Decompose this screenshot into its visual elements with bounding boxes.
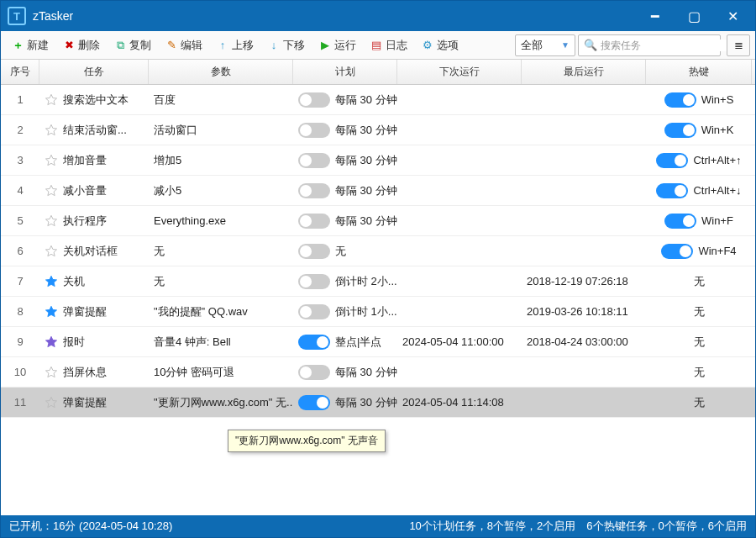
table-row[interactable]: 7关机无倒计时 2小...2018-12-19 07:26:18无 bbox=[1, 266, 755, 297]
task-name: 搜索选中文本 bbox=[63, 92, 129, 108]
plan-text: 倒计时 2小... bbox=[335, 274, 397, 289]
search-box[interactable]: 🔍 bbox=[578, 34, 721, 56]
minimize-button[interactable]: ━ bbox=[636, 1, 675, 31]
cell-param: 无 bbox=[149, 244, 293, 259]
plan-text: 倒计时 1小... bbox=[335, 304, 397, 319]
cell-index: 3 bbox=[1, 154, 39, 166]
plan-toggle[interactable] bbox=[298, 244, 330, 259]
cell-hotkey: Ctrl+Alt+↑ bbox=[646, 153, 752, 168]
plan-toggle[interactable] bbox=[298, 153, 330, 168]
task-name: 报时 bbox=[63, 335, 85, 350]
star-icon[interactable] bbox=[45, 335, 58, 349]
star-icon[interactable] bbox=[45, 154, 58, 167]
cell-last-run: 2018-12-19 07:26:18 bbox=[522, 275, 646, 287]
cell-plan: 每隔 30 分钟 bbox=[293, 123, 397, 138]
star-icon[interactable] bbox=[45, 214, 58, 228]
col-plan[interactable]: 计划 bbox=[293, 60, 397, 84]
list-view-button[interactable]: ≣ bbox=[727, 34, 750, 56]
move-up-button[interactable]: ↑上移 bbox=[211, 34, 260, 56]
hotkey-label: Win+S bbox=[701, 93, 734, 106]
table-row[interactable]: 3增加音量增加5每隔 30 分钟Ctrl+Alt+↑ bbox=[1, 145, 755, 176]
table-row[interactable]: 6关机对话框无无Win+F4 bbox=[1, 236, 755, 266]
cell-hotkey: Win+F bbox=[646, 214, 752, 229]
cell-plan: 每隔 30 分钟 bbox=[293, 365, 397, 380]
search-input[interactable] bbox=[601, 40, 727, 51]
col-next-run[interactable]: 下次运行 bbox=[397, 60, 522, 84]
cell-plan: 每隔 30 分钟 bbox=[293, 153, 397, 168]
plan-toggle[interactable] bbox=[298, 92, 330, 108]
plan-toggle[interactable] bbox=[298, 214, 330, 229]
run-button[interactable]: ▶运行 bbox=[313, 34, 362, 56]
cell-plan: 每隔 30 分钟 bbox=[293, 183, 397, 198]
star-icon[interactable] bbox=[45, 396, 58, 409]
pencil-icon: ✎ bbox=[165, 40, 177, 51]
cell-task: 挡屏休息 bbox=[39, 365, 149, 380]
cell-index: 7 bbox=[1, 275, 39, 287]
star-icon[interactable] bbox=[45, 184, 58, 198]
table-row[interactable]: 4减小音量减小5每隔 30 分钟Ctrl+Alt+↓ bbox=[1, 176, 755, 206]
col-index[interactable]: 序号 bbox=[1, 60, 39, 84]
copy-icon: ⧉ bbox=[114, 40, 126, 51]
plus-icon: ＋ bbox=[12, 40, 24, 51]
table-row[interactable]: 8弹窗提醒"我的提醒" QQ.wav倒计时 1小...2019-03-26 10… bbox=[1, 297, 755, 327]
cell-task: 弹窗提醒 bbox=[39, 304, 149, 319]
star-icon[interactable] bbox=[45, 366, 58, 379]
maximize-button[interactable]: ▢ bbox=[675, 1, 713, 31]
table-row[interactable]: 10挡屏休息10分钟 密码可退每隔 30 分钟无 bbox=[1, 357, 755, 388]
hotkey-toggle[interactable] bbox=[656, 183, 688, 198]
status-right: 10个计划任务，8个暂停，2个启用 6个热键任务，0个暂停，6个启用 bbox=[409, 519, 747, 534]
plan-toggle[interactable] bbox=[298, 395, 330, 410]
category-select[interactable]: 全部▼ bbox=[515, 34, 575, 56]
star-icon[interactable] bbox=[45, 93, 58, 107]
cell-hotkey: 无 bbox=[646, 304, 752, 319]
cell-task: 减小音量 bbox=[39, 183, 149, 198]
titlebar[interactable]: T zTasker ━ ▢ ✕ bbox=[1, 1, 755, 31]
options-button[interactable]: ⚙选项 bbox=[416, 34, 465, 56]
table-row[interactable]: 2结束活动窗...活动窗口每隔 30 分钟Win+K bbox=[1, 115, 755, 145]
star-icon[interactable] bbox=[45, 305, 58, 319]
status-left: 已开机：16分 (2024-05-04 10:28) bbox=[9, 519, 172, 534]
plan-toggle[interactable] bbox=[298, 335, 330, 350]
table-row[interactable]: 5执行程序Everything.exe每隔 30 分钟Win+F bbox=[1, 206, 755, 236]
delete-button[interactable]: ✖删除 bbox=[57, 34, 106, 56]
hotkey-toggle[interactable] bbox=[664, 123, 696, 138]
col-task[interactable]: 任务 bbox=[39, 60, 149, 84]
cell-param: "我的提醒" QQ.wav bbox=[149, 304, 293, 319]
edit-button[interactable]: ✎编辑 bbox=[160, 34, 208, 56]
task-grid: 序号 任务 参数 计划 下次运行 最后运行 热键 1搜索选中文本百度每隔 30 … bbox=[1, 60, 755, 515]
col-hotkey[interactable]: 热键 bbox=[646, 60, 752, 84]
hotkey-toggle[interactable] bbox=[664, 214, 696, 229]
plan-toggle[interactable] bbox=[298, 304, 330, 319]
plan-toggle[interactable] bbox=[298, 123, 330, 138]
hotkey-label: Win+F4 bbox=[698, 245, 736, 257]
col-last-run[interactable]: 最后运行 bbox=[522, 60, 646, 84]
close-button[interactable]: ✕ bbox=[713, 1, 752, 31]
plan-toggle[interactable] bbox=[298, 274, 330, 289]
task-name: 减小音量 bbox=[63, 183, 107, 198]
cell-index: 5 bbox=[1, 214, 39, 227]
hotkey-toggle[interactable] bbox=[664, 92, 696, 108]
cell-param: "更新刀网www.x6g.com" 无... bbox=[149, 395, 293, 410]
cell-task: 增加音量 bbox=[39, 153, 149, 168]
star-icon[interactable] bbox=[45, 245, 58, 258]
plan-text: 每隔 30 分钟 bbox=[335, 153, 397, 168]
table-row[interactable]: 9报时音量4 钟声: Bell整点|半点2024-05-04 11:00:002… bbox=[1, 327, 755, 357]
app-window: T zTasker ━ ▢ ✕ ＋新建 ✖删除 ⧉复制 ✎编辑 ↑上移 ↓下移 … bbox=[0, 0, 756, 538]
cell-hotkey: Ctrl+Alt+↓ bbox=[646, 183, 752, 198]
delete-icon: ✖ bbox=[63, 40, 75, 51]
cell-param: 无 bbox=[149, 274, 293, 289]
plan-toggle[interactable] bbox=[298, 365, 330, 380]
hotkey-toggle[interactable] bbox=[656, 153, 688, 168]
plan-toggle[interactable] bbox=[298, 183, 330, 198]
col-param[interactable]: 参数 bbox=[149, 60, 293, 84]
copy-button[interactable]: ⧉复制 bbox=[108, 34, 157, 56]
cell-hotkey: Win+S bbox=[646, 92, 752, 108]
star-icon[interactable] bbox=[45, 275, 58, 288]
hotkey-toggle[interactable] bbox=[661, 244, 693, 259]
move-down-button[interactable]: ↓下移 bbox=[262, 34, 311, 56]
new-button[interactable]: ＋新建 bbox=[6, 34, 55, 56]
table-row[interactable]: 1搜索选中文本百度每隔 30 分钟Win+S bbox=[1, 85, 755, 115]
log-button[interactable]: ▤日志 bbox=[365, 34, 413, 56]
table-row[interactable]: 11弹窗提醒"更新刀网www.x6g.com" 无...每隔 30 分钟2024… bbox=[1, 388, 755, 418]
star-icon[interactable] bbox=[45, 124, 58, 137]
